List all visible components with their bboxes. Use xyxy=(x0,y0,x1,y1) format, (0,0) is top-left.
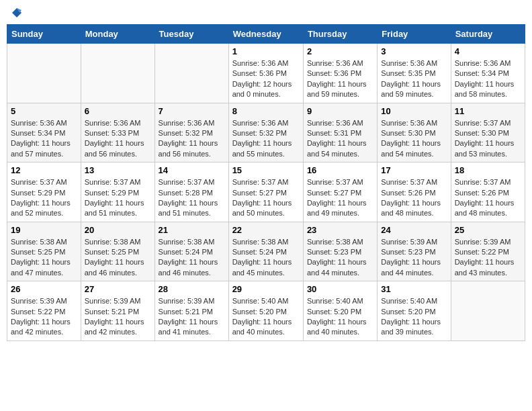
sunrise-text: Sunrise: 5:36 AM xyxy=(381,118,447,128)
daylight-text: Daylight: 11 hours and 44 minutes. xyxy=(307,257,373,278)
day-number: 25 xyxy=(455,225,521,235)
sunrise-text: Sunrise: 5:37 AM xyxy=(159,177,225,187)
sunset-text: Sunset: 5:22 PM xyxy=(11,307,77,317)
calendar-cell: 21Sunrise: 5:38 AMSunset: 5:24 PMDayligh… xyxy=(154,222,228,281)
day-info: Sunrise: 5:38 AMSunset: 5:25 PMDaylight:… xyxy=(11,237,77,279)
daylight-text: Daylight: 11 hours and 42 minutes. xyxy=(11,317,77,338)
sunrise-text: Sunrise: 5:36 AM xyxy=(232,118,300,128)
day-info: Sunrise: 5:39 AMSunset: 5:22 PMDaylight:… xyxy=(11,296,77,338)
day-info: Sunrise: 5:40 AMSunset: 5:20 PMDaylight:… xyxy=(307,296,373,338)
day-number: 27 xyxy=(85,284,151,294)
logo-icon xyxy=(11,7,23,19)
daylight-text: Daylight: 11 hours and 45 minutes. xyxy=(232,257,300,278)
day-info: Sunrise: 5:36 AMSunset: 5:33 PMDaylight:… xyxy=(85,118,151,160)
sunset-text: Sunset: 5:30 PM xyxy=(455,128,521,138)
weekday-header-tuesday: Tuesday xyxy=(154,25,228,44)
calendar-cell: 31Sunrise: 5:40 AMSunset: 5:20 PMDayligh… xyxy=(378,281,451,341)
sunrise-text: Sunrise: 5:37 AM xyxy=(85,177,151,187)
daylight-text: Daylight: 11 hours and 53 minutes. xyxy=(455,138,521,159)
sunset-text: Sunset: 5:23 PM xyxy=(381,247,447,257)
calendar-cell: 18Sunrise: 5:37 AMSunset: 5:26 PMDayligh… xyxy=(451,163,525,222)
day-info: Sunrise: 5:39 AMSunset: 5:23 PMDaylight:… xyxy=(381,237,447,279)
sunrise-text: Sunrise: 5:37 AM xyxy=(232,177,300,187)
sunset-text: Sunset: 5:22 PM xyxy=(455,247,521,257)
calendar-cell: 16Sunrise: 5:37 AMSunset: 5:27 PMDayligh… xyxy=(303,163,377,222)
calendar-cell: 8Sunrise: 5:36 AMSunset: 5:32 PMDaylight… xyxy=(228,103,303,163)
day-info: Sunrise: 5:40 AMSunset: 5:20 PMDaylight:… xyxy=(232,296,300,338)
sunrise-text: Sunrise: 5:40 AM xyxy=(381,296,447,306)
calendar-cell: 26Sunrise: 5:39 AMSunset: 5:22 PMDayligh… xyxy=(7,281,81,341)
day-info: Sunrise: 5:38 AMSunset: 5:25 PMDaylight:… xyxy=(85,237,151,279)
sunset-text: Sunset: 5:29 PM xyxy=(85,188,151,198)
day-number: 2 xyxy=(307,46,373,56)
calendar-cell xyxy=(7,44,81,103)
calendar-cell: 9Sunrise: 5:36 AMSunset: 5:31 PMDaylight… xyxy=(303,103,377,163)
sunrise-text: Sunrise: 5:38 AM xyxy=(307,237,373,247)
calendar-cell: 25Sunrise: 5:39 AMSunset: 5:22 PMDayligh… xyxy=(451,222,525,281)
sunset-text: Sunset: 5:26 PM xyxy=(381,188,447,198)
calendar-cell xyxy=(81,44,154,103)
calendar-cell: 29Sunrise: 5:40 AMSunset: 5:20 PMDayligh… xyxy=(228,281,303,341)
calendar-cell: 27Sunrise: 5:39 AMSunset: 5:21 PMDayligh… xyxy=(81,281,154,341)
day-number: 8 xyxy=(232,106,300,116)
day-info: Sunrise: 5:39 AMSunset: 5:21 PMDaylight:… xyxy=(85,296,151,338)
day-info: Sunrise: 5:36 AMSunset: 5:36 PMDaylight:… xyxy=(232,58,300,100)
sunset-text: Sunset: 5:36 PM xyxy=(232,68,300,79)
week-row-2: 5Sunrise: 5:36 AMSunset: 5:34 PMDaylight… xyxy=(7,103,525,163)
day-number: 3 xyxy=(381,46,447,56)
day-number: 23 xyxy=(307,225,373,235)
day-number: 24 xyxy=(381,225,447,235)
sunrise-text: Sunrise: 5:37 AM xyxy=(307,177,373,187)
sunrise-text: Sunrise: 5:36 AM xyxy=(159,118,225,128)
daylight-text: Daylight: 11 hours and 54 minutes. xyxy=(307,138,373,159)
day-info: Sunrise: 5:38 AMSunset: 5:24 PMDaylight:… xyxy=(159,237,225,279)
weekday-header-wednesday: Wednesday xyxy=(228,25,303,44)
day-number: 6 xyxy=(85,106,151,116)
sunrise-text: Sunrise: 5:38 AM xyxy=(85,237,151,247)
daylight-text: Daylight: 11 hours and 50 minutes. xyxy=(232,198,300,219)
sunset-text: Sunset: 5:21 PM xyxy=(159,307,225,317)
sunset-text: Sunset: 5:34 PM xyxy=(11,128,77,138)
daylight-text: Daylight: 11 hours and 51 minutes. xyxy=(159,198,225,219)
day-info: Sunrise: 5:36 AMSunset: 5:34 PMDaylight:… xyxy=(11,118,77,160)
sunrise-text: Sunrise: 5:36 AM xyxy=(11,118,77,128)
sunset-text: Sunset: 5:24 PM xyxy=(232,247,300,257)
day-info: Sunrise: 5:37 AMSunset: 5:26 PMDaylight:… xyxy=(455,177,521,219)
sunrise-text: Sunrise: 5:37 AM xyxy=(381,177,447,187)
day-info: Sunrise: 5:37 AMSunset: 5:28 PMDaylight:… xyxy=(159,177,225,219)
sunset-text: Sunset: 5:35 PM xyxy=(381,68,447,79)
day-info: Sunrise: 5:37 AMSunset: 5:29 PMDaylight:… xyxy=(11,177,77,219)
calendar-cell: 10Sunrise: 5:36 AMSunset: 5:30 PMDayligh… xyxy=(378,103,451,163)
calendar-cell: 5Sunrise: 5:36 AMSunset: 5:34 PMDaylight… xyxy=(7,103,81,163)
calendar-cell: 19Sunrise: 5:38 AMSunset: 5:25 PMDayligh… xyxy=(7,222,81,281)
logo xyxy=(9,7,23,19)
day-info: Sunrise: 5:36 AMSunset: 5:32 PMDaylight:… xyxy=(232,118,300,160)
day-info: Sunrise: 5:37 AMSunset: 5:27 PMDaylight:… xyxy=(307,177,373,219)
calendar-cell: 24Sunrise: 5:39 AMSunset: 5:23 PMDayligh… xyxy=(378,222,451,281)
day-number: 17 xyxy=(381,165,447,175)
day-info: Sunrise: 5:39 AMSunset: 5:22 PMDaylight:… xyxy=(455,237,521,279)
calendar-cell: 1Sunrise: 5:36 AMSunset: 5:36 PMDaylight… xyxy=(228,44,303,103)
page-header xyxy=(7,7,525,19)
sunrise-text: Sunrise: 5:36 AM xyxy=(307,118,373,128)
day-number: 22 xyxy=(232,225,300,235)
day-info: Sunrise: 5:36 AMSunset: 5:35 PMDaylight:… xyxy=(381,58,447,100)
day-info: Sunrise: 5:38 AMSunset: 5:23 PMDaylight:… xyxy=(307,237,373,279)
calendar-cell: 6Sunrise: 5:36 AMSunset: 5:33 PMDaylight… xyxy=(81,103,154,163)
daylight-text: Daylight: 11 hours and 56 minutes. xyxy=(159,138,225,159)
sunrise-text: Sunrise: 5:40 AM xyxy=(307,296,373,306)
sunset-text: Sunset: 5:25 PM xyxy=(85,247,151,257)
calendar-cell: 23Sunrise: 5:38 AMSunset: 5:23 PMDayligh… xyxy=(303,222,377,281)
week-row-1: 1Sunrise: 5:36 AMSunset: 5:36 PMDaylight… xyxy=(7,44,525,103)
day-number: 4 xyxy=(455,46,521,56)
calendar-cell: 30Sunrise: 5:40 AMSunset: 5:20 PMDayligh… xyxy=(303,281,377,341)
day-info: Sunrise: 5:36 AMSunset: 5:30 PMDaylight:… xyxy=(381,118,447,160)
sunset-text: Sunset: 5:28 PM xyxy=(159,188,225,198)
day-number: 30 xyxy=(307,284,373,294)
day-number: 5 xyxy=(11,106,77,116)
daylight-text: Daylight: 11 hours and 41 minutes. xyxy=(159,317,225,338)
day-info: Sunrise: 5:37 AMSunset: 5:27 PMDaylight:… xyxy=(232,177,300,219)
sunset-text: Sunset: 5:33 PM xyxy=(85,128,151,138)
sunrise-text: Sunrise: 5:39 AM xyxy=(85,296,151,306)
sunrise-text: Sunrise: 5:39 AM xyxy=(11,296,77,306)
